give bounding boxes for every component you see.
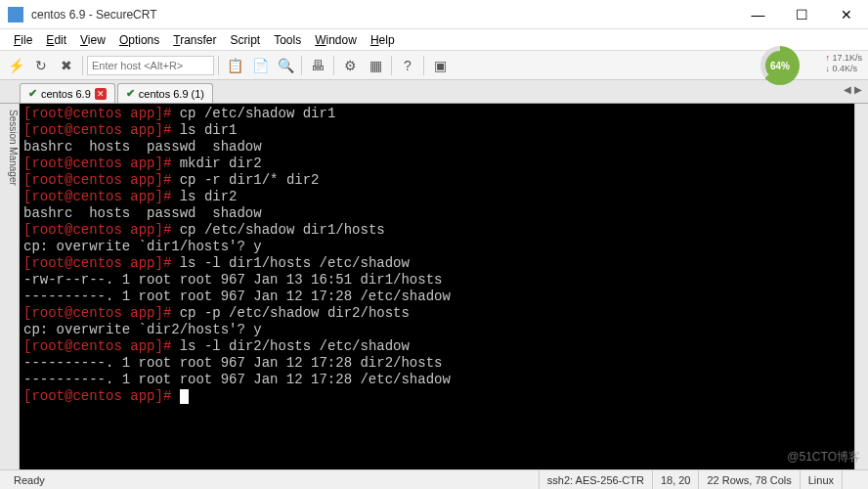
find-icon[interactable]: 🔍 <box>274 54 297 77</box>
menu-help[interactable]: Help <box>365 31 401 49</box>
toggle-icon[interactable]: ▣ <box>428 54 452 77</box>
terminal[interactable]: [root@centos app]# cp /etc/shadow dir1 [… <box>20 104 854 469</box>
tab-bar: ✔ centos 6.9 ✕ ✔ centos 6.9 (1) ◀ ▶ <box>0 80 868 104</box>
menu-bar: File Edit View Options Transfer Script T… <box>0 29 868 51</box>
status-cursor-pos: 18, 20 <box>653 470 700 489</box>
status-dimensions: 22 Rows, 78 Cols <box>699 470 800 489</box>
app-icon <box>8 7 23 22</box>
help-icon[interactable]: ? <box>396 54 419 77</box>
print-icon[interactable]: 🖶 <box>306 54 329 77</box>
separator <box>301 56 302 75</box>
separator <box>82 56 83 75</box>
status-bar: Ready ssh2: AES-256-CTR 18, 20 22 Rows, … <box>0 469 868 489</box>
tab-scroll-arrows[interactable]: ◀ ▶ <box>844 84 862 95</box>
session-icon[interactable]: ▦ <box>364 54 387 77</box>
tab-label: centos 6.9 <box>41 88 91 100</box>
menu-script[interactable]: Script <box>225 31 267 49</box>
reconnect-icon[interactable]: ↻ <box>29 54 53 77</box>
check-icon: ✔ <box>28 87 37 100</box>
title-bar: centos 6.9 - SecureCRT — ☐ ✕ <box>0 0 868 29</box>
connect-icon[interactable]: ⚡ <box>4 54 27 77</box>
minimize-button[interactable]: — <box>736 0 780 29</box>
tab-session-2[interactable]: ✔ centos 6.9 (1) <box>117 83 213 103</box>
separator <box>423 56 424 75</box>
tab-label: centos 6.9 (1) <box>139 88 204 100</box>
download-speed: 0.4K/s <box>825 64 862 74</box>
tab-close-icon[interactable]: ✕ <box>95 88 107 100</box>
status-ready: Ready <box>6 470 540 489</box>
window-title: centos 6.9 - SecureCRT <box>31 8 736 22</box>
separator <box>333 56 334 75</box>
menu-transfer[interactable]: Transfer <box>167 31 222 49</box>
tab-session-1[interactable]: ✔ centos 6.9 ✕ <box>20 83 115 103</box>
paste-icon[interactable]: 📄 <box>248 54 272 77</box>
host-input[interactable] <box>87 56 214 75</box>
maximize-button[interactable]: ☐ <box>780 0 824 29</box>
status-grip <box>843 470 862 489</box>
network-stats: 17.1K/s 0.4K/s <box>825 53 862 74</box>
toolbar: ⚡ ↻ ✖ 📋 📄 🔍 🖶 ⚙ ▦ ? ▣ 64% 17.1K/s 0.4K/s <box>0 51 868 80</box>
separator <box>391 56 392 75</box>
menu-edit[interactable]: Edit <box>40 31 72 49</box>
check-icon: ✔ <box>126 87 135 100</box>
copy-icon[interactable]: 📋 <box>223 54 246 77</box>
settings-icon[interactable]: ⚙ <box>338 54 362 77</box>
menu-window[interactable]: Window <box>309 31 363 49</box>
status-connection: Linux <box>801 470 843 489</box>
gauge-value: 64% <box>765 51 795 80</box>
right-gutter <box>854 104 868 469</box>
menu-view[interactable]: View <box>74 31 111 49</box>
session-manager-tab[interactable]: Session Manager <box>0 104 20 469</box>
disconnect-icon[interactable]: ✖ <box>55 54 78 77</box>
menu-file[interactable]: File <box>8 31 38 49</box>
menu-tools[interactable]: Tools <box>268 31 307 49</box>
separator <box>218 56 219 75</box>
upload-speed: 17.1K/s <box>825 53 862 64</box>
close-button[interactable]: ✕ <box>824 0 868 29</box>
menu-options[interactable]: Options <box>113 31 165 49</box>
main-area: Session Manager [root@centos app]# cp /e… <box>0 104 868 469</box>
performance-gauge[interactable]: 64% <box>760 46 800 85</box>
status-cipher: ssh2: AES-256-CTR <box>540 470 653 489</box>
